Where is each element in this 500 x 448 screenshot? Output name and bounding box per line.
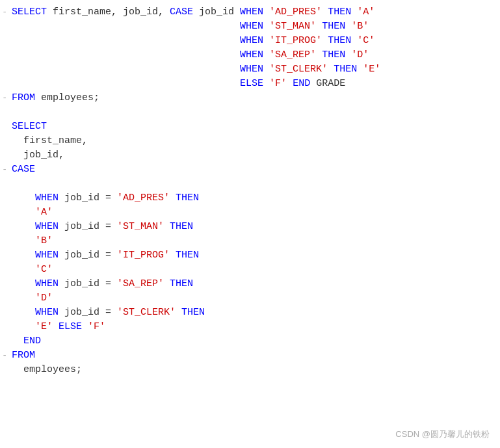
code-line-10: first_name, <box>0 134 500 148</box>
line-content-9: SELECT <box>9 120 47 134</box>
code-line-21: 'D' <box>0 291 500 306</box>
line-content-6: ELSE 'F' END GRADE <box>9 77 345 91</box>
code-line-3: WHEN 'IT_PROG' THEN 'C' <box>0 34 500 48</box>
gutter-1: - <box>0 7 9 17</box>
line-content-19: 'C' <box>9 263 53 277</box>
line-content-18: WHEN job_id = 'IT_PROG' THEN <box>9 248 199 263</box>
line-content-17: 'B' <box>9 234 53 248</box>
line-content-11: job_id, <box>9 148 64 163</box>
code-line-19: 'C' <box>0 263 500 277</box>
code-line-2: WHEN 'ST_MAN' THEN 'B' <box>0 20 500 34</box>
code-line-8 <box>0 105 500 120</box>
code-line-24: END <box>0 334 500 349</box>
gutter-7: - <box>0 93 9 103</box>
code-line-22: WHEN job_id = 'ST_CLERK' THEN <box>0 306 500 320</box>
code-line-5: WHEN 'ST_CLERK' THEN 'E' <box>0 62 500 77</box>
code-line-15: 'A' <box>0 205 500 220</box>
code-line-18: WHEN job_id = 'IT_PROG' THEN <box>0 248 500 263</box>
code-line-4: WHEN 'SA_REP' THEN 'D' <box>0 48 500 62</box>
code-line-26: employees; <box>0 363 500 377</box>
code-line-11: job_id, <box>0 148 500 163</box>
line-content-21: 'D' <box>9 291 53 306</box>
line-content-12: CASE <box>9 163 35 177</box>
code-line-6: ELSE 'F' END GRADE <box>0 77 500 91</box>
line-content-13 <box>9 177 18 191</box>
line-content-26: employees; <box>9 363 82 377</box>
line-content-22: WHEN job_id = 'ST_CLERK' THEN <box>9 306 205 320</box>
line-content-23: 'E' ELSE 'F' <box>9 320 105 334</box>
line-content-24: END <box>9 334 41 349</box>
code-line-20: WHEN job_id = 'SA_REP' THEN <box>0 277 500 291</box>
code-line-25: - FROM <box>0 349 500 363</box>
line-content-14: WHEN job_id = 'AD_PRES' THEN <box>9 191 199 205</box>
line-content-5: WHEN 'ST_CLERK' THEN 'E' <box>9 62 380 77</box>
gutter-12: - <box>0 165 9 174</box>
code-line-17: 'B' <box>0 234 500 248</box>
line-content-3: WHEN 'IT_PROG' THEN 'C' <box>9 34 375 48</box>
code-line-13 <box>0 177 500 191</box>
watermark: CSDN @圆乃馨儿的铁粉 <box>395 428 490 440</box>
line-content-2: WHEN 'ST_MAN' THEN 'B' <box>9 20 369 34</box>
line-content-10: first_name, <box>9 134 88 148</box>
line-content-1: SELECT first_name, job_id, CASE job_id W… <box>9 5 375 20</box>
code-line-7: - FROM employees; <box>0 91 500 105</box>
code-line-12: - CASE <box>0 163 500 177</box>
line-content-20: WHEN job_id = 'SA_REP' THEN <box>9 277 193 291</box>
line-content-7: FROM employees; <box>9 91 99 105</box>
line-content-25: FROM <box>9 349 35 363</box>
code-container: - SELECT first_name, job_id, CASE job_id… <box>0 0 500 448</box>
line-content-8 <box>9 105 18 120</box>
code-line-16: WHEN job_id = 'ST_MAN' THEN <box>0 220 500 234</box>
code-line-14: WHEN job_id = 'AD_PRES' THEN <box>0 191 500 205</box>
line-content-16: WHEN job_id = 'ST_MAN' THEN <box>9 220 193 234</box>
code-line-1: - SELECT first_name, job_id, CASE job_id… <box>0 5 500 20</box>
line-content-15: 'A' <box>9 205 53 220</box>
code-line-9: SELECT <box>0 120 500 134</box>
code-line-23: 'E' ELSE 'F' <box>0 320 500 334</box>
gutter-25: - <box>0 350 9 360</box>
line-content-4: WHEN 'SA_REP' THEN 'D' <box>9 48 369 62</box>
